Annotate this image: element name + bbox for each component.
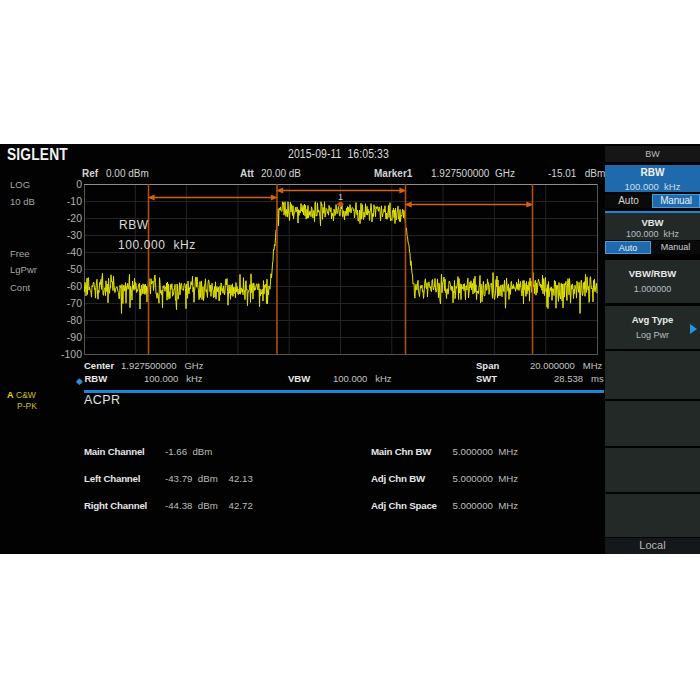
svg-text:1: 1 (338, 192, 343, 202)
